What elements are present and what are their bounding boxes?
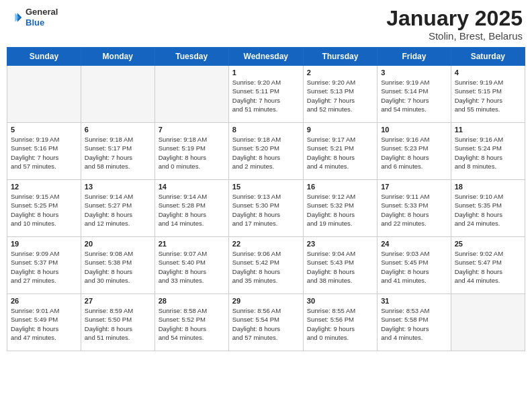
weekday-header: Friday xyxy=(378,48,451,66)
day-info: Sunrise: 8:55 AM Sunset: 5:56 PM Dayligh… xyxy=(307,306,373,342)
day-number: 11 xyxy=(455,126,521,134)
day-number: 28 xyxy=(159,297,225,305)
day-info: Sunrise: 9:16 AM Sunset: 5:23 PM Dayligh… xyxy=(381,135,447,171)
day-info: Sunrise: 8:58 AM Sunset: 5:52 PM Dayligh… xyxy=(159,306,225,342)
logo-line2: Blue xyxy=(26,17,58,28)
calendar-cell: 12Sunrise: 9:15 AM Sunset: 5:25 PM Dayli… xyxy=(7,180,81,237)
day-number: 3 xyxy=(381,68,447,77)
calendar-cell: 24Sunrise: 9:03 AM Sunset: 5:45 PM Dayli… xyxy=(378,237,451,294)
calendar-cell: 1Sunrise: 9:20 AM Sunset: 5:11 PM Daylig… xyxy=(228,66,303,123)
weekday-header: Monday xyxy=(81,48,154,66)
calendar-cell: 4Sunrise: 9:19 AM Sunset: 5:15 PM Daylig… xyxy=(451,66,525,123)
day-info: Sunrise: 8:56 AM Sunset: 5:54 PM Dayligh… xyxy=(232,306,300,342)
day-info: Sunrise: 9:17 AM Sunset: 5:21 PM Dayligh… xyxy=(307,135,373,171)
weekday-header: Sunday xyxy=(7,48,81,66)
week-row: 12Sunrise: 9:15 AM Sunset: 5:25 PM Dayli… xyxy=(7,180,525,237)
day-number: 9 xyxy=(307,126,373,134)
day-info: Sunrise: 9:18 AM Sunset: 5:17 PM Dayligh… xyxy=(85,135,151,171)
calendar-cell: 17Sunrise: 9:11 AM Sunset: 5:33 PM Dayli… xyxy=(378,180,451,237)
day-info: Sunrise: 9:18 AM Sunset: 5:20 PM Dayligh… xyxy=(232,135,300,171)
day-number: 2 xyxy=(307,68,373,77)
day-info: Sunrise: 9:19 AM Sunset: 5:14 PM Dayligh… xyxy=(381,78,447,113)
calendar-cell: 9Sunrise: 9:17 AM Sunset: 5:21 PM Daylig… xyxy=(303,123,377,180)
calendar-cell: 27Sunrise: 8:59 AM Sunset: 5:50 PM Dayli… xyxy=(81,294,154,351)
day-info: Sunrise: 8:59 AM Sunset: 5:50 PM Dayligh… xyxy=(85,306,151,342)
week-row: 26Sunrise: 9:01 AM Sunset: 5:49 PM Dayli… xyxy=(7,294,525,351)
calendar-cell: 16Sunrise: 9:12 AM Sunset: 5:32 PM Dayli… xyxy=(303,180,377,237)
calendar-cell: 21Sunrise: 9:07 AM Sunset: 5:40 PM Dayli… xyxy=(154,237,228,294)
day-info: Sunrise: 9:20 AM Sunset: 5:13 PM Dayligh… xyxy=(307,78,373,113)
calendar-cell: 18Sunrise: 9:10 AM Sunset: 5:35 PM Dayli… xyxy=(451,180,525,237)
day-number: 29 xyxy=(232,297,300,305)
day-number: 5 xyxy=(11,126,77,134)
calendar-cell: 14Sunrise: 9:14 AM Sunset: 5:28 PM Dayli… xyxy=(154,180,228,237)
day-number: 21 xyxy=(159,240,225,248)
day-info: Sunrise: 9:06 AM Sunset: 5:42 PM Dayligh… xyxy=(232,249,300,285)
calendar-cell: 30Sunrise: 8:55 AM Sunset: 5:56 PM Dayli… xyxy=(303,294,377,351)
day-number: 25 xyxy=(455,240,521,248)
day-number: 24 xyxy=(381,240,447,248)
weekday-header-row: SundayMondayTuesdayWednesdayThursdayFrid… xyxy=(7,48,525,66)
day-info: Sunrise: 9:10 AM Sunset: 5:35 PM Dayligh… xyxy=(455,192,521,228)
day-info: Sunrise: 9:20 AM Sunset: 5:11 PM Dayligh… xyxy=(232,78,300,113)
day-number: 22 xyxy=(232,240,300,248)
weekday-header: Thursday xyxy=(303,48,377,66)
calendar-cell: 15Sunrise: 9:13 AM Sunset: 5:30 PM Dayli… xyxy=(228,180,303,237)
day-info: Sunrise: 9:12 AM Sunset: 5:32 PM Dayligh… xyxy=(307,192,373,228)
day-info: Sunrise: 9:19 AM Sunset: 5:15 PM Dayligh… xyxy=(455,78,521,113)
day-number: 19 xyxy=(11,240,77,248)
day-info: Sunrise: 9:04 AM Sunset: 5:43 PM Dayligh… xyxy=(307,249,373,285)
day-info: Sunrise: 9:09 AM Sunset: 5:37 PM Dayligh… xyxy=(11,249,77,285)
weekday-header: Tuesday xyxy=(154,48,228,66)
calendar-cell: 26Sunrise: 9:01 AM Sunset: 5:49 PM Dayli… xyxy=(7,294,81,351)
day-number: 8 xyxy=(232,126,300,134)
calendar-cell: 29Sunrise: 8:56 AM Sunset: 5:54 PM Dayli… xyxy=(228,294,303,351)
calendar-cell xyxy=(451,294,525,351)
day-number: 30 xyxy=(307,297,373,305)
calendar-cell: 23Sunrise: 9:04 AM Sunset: 5:43 PM Dayli… xyxy=(303,237,377,294)
calendar-cell: 2Sunrise: 9:20 AM Sunset: 5:13 PM Daylig… xyxy=(303,66,377,123)
page-header: General Blue January 2025 Stolin, Brest,… xyxy=(7,7,525,42)
weekday-header: Saturday xyxy=(451,48,525,66)
day-info: Sunrise: 9:16 AM Sunset: 5:24 PM Dayligh… xyxy=(455,135,521,171)
calendar-cell: 31Sunrise: 8:53 AM Sunset: 5:58 PM Dayli… xyxy=(378,294,451,351)
calendar-title: January 2025 xyxy=(386,7,523,30)
day-info: Sunrise: 8:53 AM Sunset: 5:58 PM Dayligh… xyxy=(381,306,447,342)
day-number: 23 xyxy=(307,240,373,248)
calendar-cell: 11Sunrise: 9:16 AM Sunset: 5:24 PM Dayli… xyxy=(451,123,525,180)
day-number: 13 xyxy=(85,183,151,191)
day-info: Sunrise: 9:15 AM Sunset: 5:25 PM Dayligh… xyxy=(11,192,77,228)
day-number: 6 xyxy=(85,126,151,134)
calendar-cell: 28Sunrise: 8:58 AM Sunset: 5:52 PM Dayli… xyxy=(154,294,228,351)
logo-line1: General xyxy=(26,7,58,17)
day-number: 7 xyxy=(159,126,225,134)
calendar-table: SundayMondayTuesdayWednesdayThursdayFrid… xyxy=(7,47,525,351)
day-info: Sunrise: 9:14 AM Sunset: 5:27 PM Dayligh… xyxy=(85,192,151,228)
svg-marker-1 xyxy=(15,13,19,21)
day-info: Sunrise: 9:14 AM Sunset: 5:28 PM Dayligh… xyxy=(159,192,225,228)
logo-icon xyxy=(9,11,23,24)
day-info: Sunrise: 9:18 AM Sunset: 5:19 PM Dayligh… xyxy=(159,135,225,171)
day-number: 4 xyxy=(455,68,521,77)
day-info: Sunrise: 9:08 AM Sunset: 5:38 PM Dayligh… xyxy=(85,249,151,285)
day-number: 26 xyxy=(11,297,77,305)
week-row: 5Sunrise: 9:19 AM Sunset: 5:16 PM Daylig… xyxy=(7,123,525,180)
day-info: Sunrise: 9:07 AM Sunset: 5:40 PM Dayligh… xyxy=(159,249,225,285)
day-info: Sunrise: 9:11 AM Sunset: 5:33 PM Dayligh… xyxy=(381,192,447,228)
day-number: 27 xyxy=(85,297,151,305)
calendar-cell: 8Sunrise: 9:18 AM Sunset: 5:20 PM Daylig… xyxy=(228,123,303,180)
calendar-cell: 3Sunrise: 9:19 AM Sunset: 5:14 PM Daylig… xyxy=(378,66,451,123)
calendar-cell: 22Sunrise: 9:06 AM Sunset: 5:42 PM Dayli… xyxy=(228,237,303,294)
title-section: January 2025 Stolin, Brest, Belarus xyxy=(386,7,523,42)
day-info: Sunrise: 9:02 AM Sunset: 5:47 PM Dayligh… xyxy=(455,249,521,285)
calendar-cell: 5Sunrise: 9:19 AM Sunset: 5:16 PM Daylig… xyxy=(7,123,81,180)
day-number: 18 xyxy=(455,183,521,191)
calendar-cell xyxy=(7,66,81,123)
week-row: 19Sunrise: 9:09 AM Sunset: 5:37 PM Dayli… xyxy=(7,237,525,294)
weekday-header: Wednesday xyxy=(228,48,303,66)
day-number: 10 xyxy=(381,126,447,134)
day-number: 16 xyxy=(307,183,373,191)
calendar-cell: 13Sunrise: 9:14 AM Sunset: 5:27 PM Dayli… xyxy=(81,180,154,237)
calendar-cell: 25Sunrise: 9:02 AM Sunset: 5:47 PM Dayli… xyxy=(451,237,525,294)
week-row: 1Sunrise: 9:20 AM Sunset: 5:11 PM Daylig… xyxy=(7,66,525,123)
